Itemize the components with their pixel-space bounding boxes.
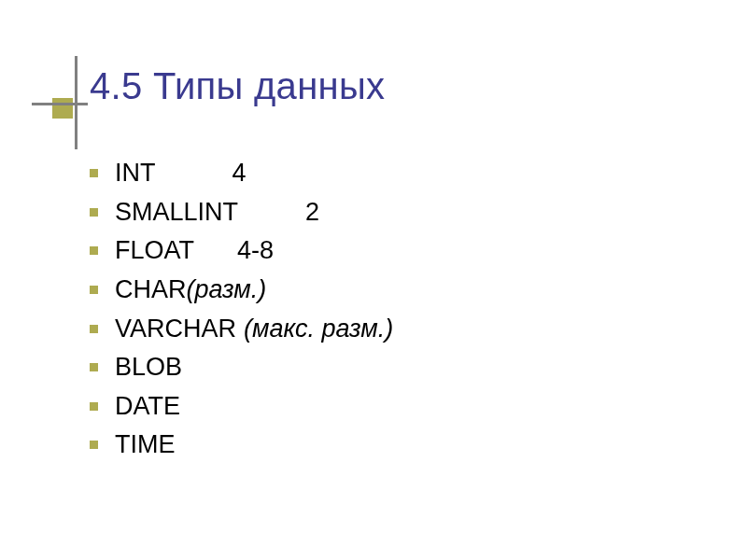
list-item-text: DATE bbox=[115, 390, 180, 424]
list-item: DATE bbox=[90, 390, 393, 424]
data-type-name: INT bbox=[115, 159, 156, 187]
bullet-icon bbox=[90, 286, 98, 294]
list-item: SMALLINT2 bbox=[90, 196, 393, 230]
list-item-text: SMALLINT2 bbox=[115, 196, 319, 230]
data-type-name: FLOAT bbox=[115, 236, 194, 264]
list-item-text: CHAR(разм.) bbox=[115, 273, 266, 307]
slide-title: 4.5 Типы данных bbox=[90, 65, 385, 107]
bullet-icon bbox=[90, 246, 98, 255]
bullet-icon bbox=[90, 402, 98, 411]
data-type-value: (разм.) bbox=[187, 275, 267, 303]
bullet-icon bbox=[90, 208, 98, 217]
decoration-vertical-line bbox=[75, 56, 78, 149]
data-type-name: TIME bbox=[115, 430, 176, 458]
list-item-text: VARCHAR(макс. разм.) bbox=[115, 313, 393, 346]
data-type-value: (макс. разм.) bbox=[244, 315, 393, 343]
data-type-value: 2 bbox=[305, 198, 319, 226]
list-item-text: INT4 bbox=[115, 157, 247, 190]
list-item: INT4 bbox=[90, 157, 393, 190]
list-item: FLOAT4-8 bbox=[90, 234, 393, 268]
bullet-icon bbox=[90, 325, 98, 333]
bullet-icon bbox=[90, 169, 98, 177]
list-item: TIME bbox=[90, 428, 393, 462]
slide-decoration bbox=[32, 56, 88, 149]
list-item-text: BLOB bbox=[115, 351, 182, 385]
bullet-list: INT4 SMALLINT2 FLOAT4-8 CHAR(разм.) VARC… bbox=[90, 157, 393, 468]
data-type-name: BLOB bbox=[115, 353, 182, 381]
data-type-name: VARCHAR bbox=[115, 315, 236, 343]
list-item: BLOB bbox=[90, 351, 393, 385]
decoration-horizontal-line bbox=[32, 103, 88, 105]
data-type-value: 4-8 bbox=[237, 236, 274, 264]
decoration-square bbox=[52, 98, 73, 119]
list-item-text: TIME bbox=[115, 428, 176, 462]
bullet-icon bbox=[90, 363, 98, 371]
bullet-icon bbox=[90, 441, 98, 449]
list-item: VARCHAR(макс. разм.) bbox=[90, 313, 393, 346]
data-type-name: SMALLINT bbox=[115, 198, 238, 226]
list-item-text: FLOAT4-8 bbox=[115, 234, 274, 268]
data-type-name: CHAR bbox=[115, 275, 187, 303]
data-type-name: DATE bbox=[115, 392, 180, 420]
list-item: CHAR(разм.) bbox=[90, 273, 393, 307]
data-type-value: 4 bbox=[233, 159, 247, 187]
